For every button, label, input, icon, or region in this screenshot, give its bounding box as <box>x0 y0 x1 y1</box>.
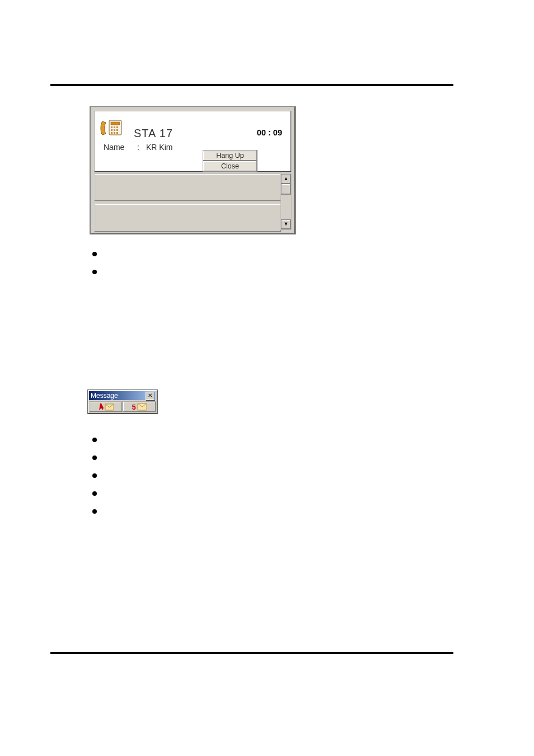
close-button[interactable]: Close <box>203 161 257 172</box>
document-page: STA 17 Name : KR Kim 00 : 09 Hang Up Clo… <box>0 0 534 756</box>
name-field-label: Name <box>104 143 124 152</box>
svg-rect-7 <box>116 129 118 131</box>
hang-up-button[interactable]: Hang Up <box>203 150 257 161</box>
station-id: STA 17 <box>134 127 173 140</box>
svg-rect-9 <box>114 132 115 134</box>
caller-name: KR Kim <box>146 143 172 152</box>
bullet-list <box>92 252 97 288</box>
phone-station-icon <box>100 118 124 138</box>
call-list-rows <box>94 173 282 230</box>
message-titlebar[interactable]: Message ✕ <box>89 391 156 400</box>
bottom-rule <box>50 652 453 654</box>
bullet-icon <box>92 473 97 478</box>
svg-rect-8 <box>111 132 113 134</box>
bullet-list <box>92 438 97 527</box>
name-colon: : <box>137 143 139 152</box>
voice-mail-icon <box>98 402 115 411</box>
bullet-icon <box>92 509 97 514</box>
svg-rect-3 <box>114 126 115 128</box>
svg-rect-1 <box>111 122 120 125</box>
scroll-down-button[interactable]: ▼ <box>281 219 291 229</box>
svg-rect-6 <box>114 129 115 131</box>
envelope-icon <box>137 403 147 411</box>
message-count: 5 <box>132 403 135 411</box>
close-icon[interactable]: ✕ <box>146 392 154 400</box>
call-duration: 00 : 09 <box>257 128 282 137</box>
list-row <box>94 173 282 201</box>
text-message-button[interactable]: 5 <box>123 401 156 412</box>
message-title-text: Message <box>91 392 118 400</box>
svg-rect-5 <box>111 129 113 131</box>
call-status-panel: STA 17 Name : KR Kim 00 : 09 Hang Up Clo… <box>90 106 296 234</box>
top-rule <box>50 84 453 86</box>
call-info-area: STA 17 Name : KR Kim 00 : 09 Hang Up Clo… <box>94 111 292 172</box>
svg-rect-4 <box>116 126 118 128</box>
bullet-icon <box>92 438 97 442</box>
list-row <box>94 204 282 232</box>
vertical-scrollbar[interactable]: ▲ ▼ <box>280 173 292 230</box>
bullet-icon <box>92 491 97 496</box>
scroll-thumb[interactable] <box>281 184 291 195</box>
voice-message-button[interactable] <box>89 401 123 412</box>
message-toolbar: Message ✕ 5 <box>87 389 158 414</box>
bullet-icon <box>92 456 97 460</box>
bullet-icon <box>92 270 97 274</box>
scroll-up-button[interactable]: ▲ <box>281 174 291 184</box>
svg-rect-2 <box>111 126 113 128</box>
bullet-icon <box>92 252 97 256</box>
message-body: 5 <box>89 401 156 412</box>
svg-rect-10 <box>116 132 118 134</box>
call-list-area: ▲ ▼ <box>94 173 292 230</box>
